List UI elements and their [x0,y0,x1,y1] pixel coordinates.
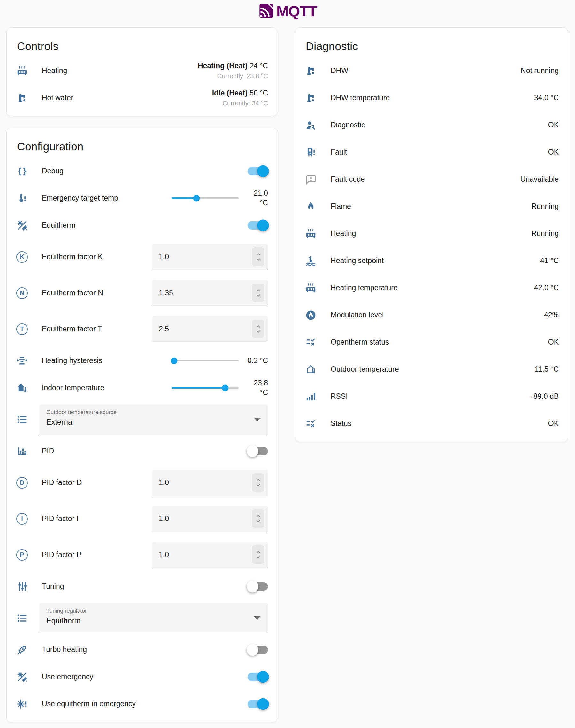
equitherm-factor-n-input[interactable]: 1.35 [153,280,268,306]
chevron-down-icon[interactable] [255,483,261,487]
number-value: 1.0 [159,478,169,487]
diagnostic-row-heating-temperature[interactable]: Heating temperature 42.0 °C [296,274,568,301]
row-label: Heating [331,229,356,238]
chevron-up-icon[interactable] [255,324,261,329]
dropdown-arrow-icon [254,417,260,422]
use-emergency-toggle[interactable] [247,673,268,681]
select-value: External [46,418,260,427]
heating-hysteresis-slider[interactable] [172,360,239,361]
number-stepper[interactable] [252,509,264,528]
config-row-equitherm-factor-n: N Equitherm factor N 1.35 [7,275,277,311]
equitherm-factor-k-input[interactable]: 1.0 [153,244,268,270]
turbo-heating-toggle[interactable] [247,646,268,654]
diagnostic-row-fault-code[interactable]: Fault code Unavailable [296,166,568,193]
row-label: Indoor temperature [42,384,104,392]
control-row-hot-water[interactable]: Hot water Idle (Heat) 50 °C Currently: 3… [7,84,277,111]
row-label: Tuning [42,582,64,591]
climate-state: Heating (Heat) 24 °C Currently: 23.8 °C [198,61,268,80]
number-stepper[interactable] [252,545,264,564]
chevron-down-icon[interactable] [255,555,261,559]
diagnostic-row-opentherm-status[interactable]: Opentherm status OK [296,329,568,356]
row-label: Equitherm factor K [42,253,103,261]
equitherm-factor-t-input[interactable]: 2.5 [153,316,268,342]
list-status-icon [305,418,316,430]
slider-thumb[interactable] [171,357,178,364]
config-row-indoor-temperature: Indoor temperature 23.8 °C [7,374,277,401]
chevron-down-icon[interactable] [255,257,261,261]
row-label: Equitherm factor N [42,289,103,297]
chevron-up-icon[interactable] [255,514,261,518]
number-value: 1.0 [159,514,169,523]
debug-toggle[interactable] [247,167,268,175]
chevron-down-icon[interactable] [255,329,261,334]
tuning-regulator-select[interactable]: Tuning regulator Equitherm [39,603,268,633]
diagnostic-row-fault[interactable]: Fault OK [296,139,568,166]
thermometer-alert-icon [16,192,28,204]
sun-snowflake-icon [16,671,28,683]
controls-card-title: Controls [7,28,277,57]
number-stepper[interactable] [252,320,264,338]
climate-target-temp: 50 °C [249,89,268,97]
indoor-temperature-slider[interactable] [172,387,239,389]
number-stepper[interactable] [252,473,264,492]
climate-current-temp: Currently: 34 °C [212,99,268,107]
row-label: PID factor D [42,478,82,487]
slider-value: 23.8 °C [244,378,268,398]
diagnostic-row-modulation-level[interactable]: Modulation level 42% [296,301,568,329]
diagnostic-row-status[interactable]: Status OK [296,410,568,437]
chevron-down-icon[interactable] [255,293,261,298]
account-wrench-icon [305,119,316,131]
pid-factor-p-input[interactable]: 1.0 [153,542,268,568]
diagnostic-row-dhw-temperature[interactable]: DHW temperature 34.0 °C [296,84,568,111]
config-row-equitherm-factor-k: K Equitherm factor K 1.0 [7,239,277,275]
row-value: -89.0 dB [531,392,559,401]
diagnostic-row-dhw[interactable]: DHW Not running [296,57,568,84]
alpha-t-circle-icon: T [16,323,28,335]
outdoor-temperature-source-select[interactable]: Outdoor temperature source External [39,404,268,435]
slider-thumb[interactable] [193,195,200,202]
number-value: 1.35 [159,289,173,297]
tuning-toggle[interactable] [247,582,268,591]
diagnostic-row-flame[interactable]: Flame Running [296,193,568,220]
water-tap-icon [305,92,316,104]
config-row-pid-factor-d: D PID factor D 1.0 [7,465,277,501]
slider-thumb[interactable] [222,385,229,391]
pid-toggle[interactable] [247,447,268,455]
pid-factor-i-input[interactable]: 1.0 [153,506,268,532]
number-stepper[interactable] [252,284,264,302]
pid-factor-d-input[interactable]: 1.0 [153,470,268,496]
list-icon [16,414,28,425]
row-value: 11.5 °C [535,365,559,373]
chevron-up-icon[interactable] [255,252,261,256]
chevron-up-icon[interactable] [255,550,261,554]
config-row-equitherm-factor-t: T Equitherm factor T 2.5 [7,311,277,347]
diagnostic-row-heating[interactable]: Heating Running [296,220,568,247]
emergency-target-temp-slider[interactable] [172,197,239,199]
chevron-up-icon[interactable] [255,478,261,482]
row-label: Debug [42,167,64,175]
config-row-use-emergency: Use emergency [7,663,277,690]
number-stepper[interactable] [252,248,264,266]
diagnostic-row-heating-setpoint[interactable]: Heating setpoint 41 °C [296,247,568,274]
diagnostic-row-rssi[interactable]: RSSI -89.0 dB [296,383,568,410]
config-row-tuning-regulator: Tuning regulator Equitherm [7,600,277,636]
row-label: Fault [331,148,347,156]
config-row-heating-hysteresis: Heating hysteresis 0.2 °C [7,347,277,374]
control-row-heating[interactable]: Heating Heating (Heat) 24 °C Currently: … [7,57,277,84]
message-alert-icon [305,174,316,185]
radiator-icon [16,65,28,77]
row-label: Outdoor temperature [331,365,399,373]
equitherm-toggle[interactable] [247,221,268,229]
row-value: OK [548,121,559,129]
use-equitherm-in-emergency-toggle[interactable] [247,700,268,708]
row-value: 42% [544,311,559,319]
diagnostic-row-diagnostic[interactable]: Diagnostic OK [296,111,568,139]
chevron-up-icon[interactable] [255,288,261,292]
chevron-down-icon[interactable] [255,519,261,523]
row-label: Heating hysteresis [42,356,102,365]
slider-value: 21.0 °C [244,189,268,208]
climate-target-temp: 24 °C [249,62,268,70]
diagnostic-row-outdoor-temperature[interactable]: Outdoor temperature 11.5 °C [296,356,568,383]
config-row-outdoor-temperature-source: Outdoor temperature source External [7,401,277,437]
row-label: DHW temperature [331,94,390,102]
